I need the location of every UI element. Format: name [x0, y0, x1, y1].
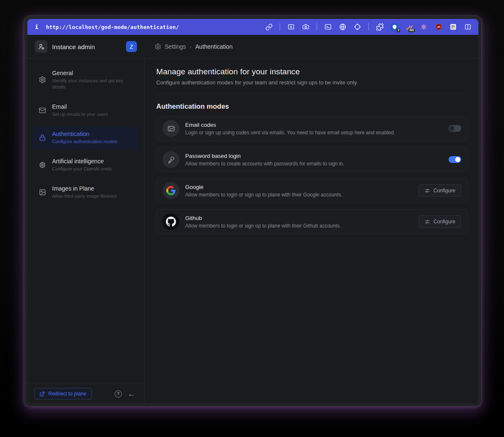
sidebar-item-description: Identify your instances and get key deta… [52, 78, 134, 90]
card-title: Google [185, 183, 342, 191]
copy-link-icon[interactable] [264, 22, 273, 31]
sliders-icon [425, 188, 430, 194]
email-codes-card: Email codes Login or sign up using codes… [156, 116, 467, 141]
bitwarden-extension-icon[interactable]: 2 [390, 22, 399, 31]
sidebar-item-label: Artificial intelligence [52, 157, 112, 165]
sidebar-item-description: Configure your OpenAI creds [52, 166, 112, 172]
toolbar-divider [368, 23, 369, 31]
breadcrumb-settings[interactable]: Settings [155, 43, 186, 50]
screenshot-icon[interactable] [286, 22, 296, 31]
terminal-icon[interactable] [323, 22, 333, 31]
mail-icon [38, 107, 47, 114]
openai-extension-icon[interactable] [419, 22, 428, 31]
sidebar-item-images-in-plane[interactable]: Images in Plane Allow third-party image … [32, 181, 139, 204]
sidebar-item-description: Configure authentication modes [52, 139, 117, 145]
card-title: Github [185, 215, 341, 222]
github-logo-icon [163, 213, 179, 230]
page-subtitle: Configure authentication modes for your … [156, 79, 467, 86]
password-login-toggle[interactable] [449, 156, 461, 163]
sidebar-item-label: General [52, 69, 134, 77]
sidebar-item-label: Email [52, 103, 108, 110]
section-heading: Authentication modes [156, 102, 467, 110]
divider [156, 94, 467, 94]
external-link-icon [39, 391, 45, 397]
sidebar-item-label: Images in Plane [52, 185, 116, 192]
sidebar-item-authentication[interactable]: Authentication Configure authentication … [32, 126, 139, 149]
collapse-sidebar-icon[interactable]: ← [128, 390, 135, 398]
sidebar-item-description: Set up emails to your users [52, 111, 108, 118]
sidebar-item-artificial-intelligence[interactable]: Artificial intelligence Configure your O… [32, 154, 139, 176]
browser-toolbar: i http://localhost/god-mode/authenticati… [27, 19, 478, 35]
camera-icon[interactable] [301, 22, 310, 31]
google-card: Google Allow members to login or sign up… [156, 178, 467, 203]
google-logo-icon [163, 182, 179, 199]
toggle-knob [455, 157, 460, 162]
split-view-icon[interactable] [463, 22, 472, 31]
toolbar-divider [317, 23, 317, 31]
redirect-badge: 303 [408, 29, 415, 33]
browser-window: i http://localhost/god-mode/authenticati… [24, 16, 481, 406]
card-description: Login or sign up using codes sent via em… [185, 130, 395, 136]
redirect-to-plane-label: Redirect to plane [48, 391, 87, 397]
configure-label: Configure [433, 219, 455, 225]
lock-icon [38, 134, 47, 141]
breadcrumb-page-label: Authentication [195, 43, 233, 50]
card-description: Allow members to create accounts with pa… [185, 161, 344, 167]
sidebar: General Identify your instances and get … [27, 59, 144, 403]
redirect-to-plane-button[interactable]: Redirect to plane [34, 388, 92, 400]
sidebar-item-description: Allow third-party image libraries [52, 193, 116, 199]
email-codes-icon [163, 120, 179, 137]
gear-icon [155, 43, 161, 50]
instance-admin-icon [35, 40, 47, 53]
email-codes-toggle[interactable] [449, 125, 461, 132]
site-info-icon[interactable]: i [35, 24, 38, 30]
page-title: Manage authentication for your instance [156, 67, 467, 76]
card-description: Allow members to login or sign up to pla… [185, 223, 341, 229]
sidebar-item-label: Authentication [52, 130, 117, 138]
chevron-right-icon: › [190, 44, 192, 50]
svg-text:uD: uD [437, 25, 440, 28]
url-bar[interactable]: http://localhost/god-mode/authentication… [46, 24, 260, 30]
breadcrumb-section-label: Settings [165, 43, 186, 50]
sidebar-header: Instance admin Z [27, 40, 144, 53]
card-title: Email codes [185, 121, 395, 128]
main-content: Manage authentication for your instance … [144, 59, 478, 403]
element-picker-icon[interactable] [353, 22, 362, 31]
user-avatar[interactable]: Z [126, 41, 137, 52]
toggle-knob [449, 126, 454, 131]
globe-icon[interactable] [338, 22, 347, 31]
configure-label: Configure [433, 188, 455, 194]
auth-mode-cards: Email codes Login or sign up using codes… [156, 116, 467, 234]
card-description: Allow members to login or sign up to pla… [185, 192, 342, 198]
help-icon[interactable]: ? [115, 390, 122, 398]
ublock-extension-icon[interactable]: uD [434, 22, 443, 31]
extensions-puzzle-icon[interactable] [375, 22, 384, 31]
password-login-card: Password based login Allow members to cr… [156, 147, 467, 172]
card-title: Password based login [185, 152, 344, 160]
cog-icon [38, 161, 47, 169]
toolbar-icons: 2 303 uD [264, 22, 472, 31]
sidebar-item-general[interactable]: General Identify your instances and get … [32, 65, 139, 94]
breadcrumb: Settings › Authentication [144, 43, 233, 50]
sidebar-footer: Redirect to plane ? ← [27, 384, 144, 403]
github-configure-button[interactable]: Configure [419, 215, 461, 228]
sliders-icon [425, 219, 430, 225]
bitwarden-badge: 2 [396, 29, 400, 33]
reader-list-extension-icon[interactable] [449, 22, 458, 31]
sidebar-title: Instance admin [52, 43, 121, 50]
redirect-extension-icon[interactable]: 303 [404, 22, 414, 31]
google-configure-button[interactable]: Configure [419, 184, 461, 197]
sidebar-item-email[interactable]: Email Set up emails to your users [32, 99, 139, 122]
app-header: Instance admin Z Settings › Authenticati… [27, 35, 478, 59]
key-icon [163, 151, 179, 168]
image-icon [38, 188, 47, 196]
gear-icon [38, 76, 47, 84]
github-card: Github Allow members to login or sign up… [156, 209, 467, 234]
toolbar-divider [280, 23, 280, 31]
